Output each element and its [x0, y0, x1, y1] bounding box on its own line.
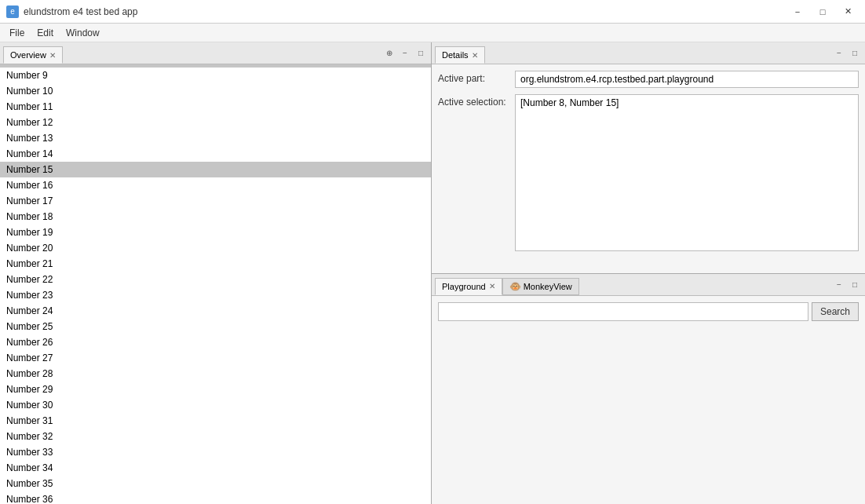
- overview-add-view-button[interactable]: ⊕: [382, 46, 396, 60]
- overview-tab[interactable]: Overview ✕: [3, 46, 63, 64]
- title-bar: e elundstrom e4 test bed app − □ ✕: [0, 0, 865, 24]
- details-tab[interactable]: Details ✕: [435, 46, 485, 64]
- details-tab-close[interactable]: ✕: [472, 51, 478, 60]
- list-container: Number 0Number 1Number 2Number 3Number 4…: [0, 64, 431, 504]
- active-selection-label: Active selection:: [438, 94, 509, 108]
- list-item[interactable]: Number 32: [0, 429, 431, 444]
- bottom-panel-actions: − □: [832, 277, 862, 291]
- playground-tab-label: Playground: [442, 282, 486, 291]
- list-item[interactable]: Number 11: [0, 99, 431, 115]
- window-controls: − □ ✕: [787, 4, 859, 20]
- search-button[interactable]: Search: [812, 302, 859, 321]
- search-input[interactable]: [438, 302, 808, 321]
- monkeyview-tab[interactable]: 🐵 MonkeyView: [502, 278, 579, 295]
- overview-panel-actions: ⊕ − □: [382, 46, 428, 60]
- list-item[interactable]: Number 23: [0, 287, 431, 303]
- list-item[interactable]: Number 15: [0, 162, 431, 177]
- bottom-minimize-button[interactable]: −: [832, 277, 846, 291]
- active-selection-value: [Number 8, Number 15]: [515, 94, 859, 251]
- list-item[interactable]: Number 20: [0, 240, 431, 256]
- overview-tab-close[interactable]: ✕: [49, 51, 56, 60]
- menu-file[interactable]: File: [3, 26, 31, 40]
- details-tab-bar: Details ✕ − □: [432, 42, 865, 64]
- list-item[interactable]: Number 16: [0, 177, 431, 193]
- monkeyview-tab-label: MonkeyView: [524, 282, 572, 291]
- list-item[interactable]: Number 21: [0, 256, 431, 272]
- list-item[interactable]: Number 13: [0, 130, 431, 146]
- details-panel-actions: − □: [832, 46, 862, 60]
- active-part-row: Active part: org.elundstrom.e4.rcp.testb…: [438, 71, 859, 88]
- main-container: Overview ✕ ⊕ − □ Number 0Number 1Number …: [0, 42, 865, 504]
- list-item[interactable]: Number 27: [0, 350, 431, 366]
- list-item[interactable]: Number 10: [0, 83, 431, 99]
- app-title: elundstrom e4 test bed app: [24, 6, 137, 17]
- list-item[interactable]: Number 30: [0, 397, 431, 413]
- overview-maximize-button[interactable]: □: [414, 46, 428, 60]
- list-item[interactable]: Number 25: [0, 319, 431, 334]
- menu-edit[interactable]: Edit: [31, 26, 60, 40]
- playground-tab-close[interactable]: ✕: [489, 282, 495, 290]
- search-row: Search: [438, 302, 859, 321]
- overview-minimize-button[interactable]: −: [398, 46, 412, 60]
- list-item[interactable]: Number 18: [0, 209, 431, 225]
- list-item[interactable]: Number 14: [0, 146, 431, 162]
- number-list[interactable]: Number 0Number 1Number 2Number 3Number 4…: [0, 64, 431, 504]
- list-item[interactable]: Number 33: [0, 444, 431, 460]
- list-item[interactable]: Number 17: [0, 193, 431, 209]
- list-item[interactable]: Number 19: [0, 225, 431, 240]
- details-minimize-button[interactable]: −: [832, 46, 846, 60]
- list-item[interactable]: Number 35: [0, 476, 431, 491]
- active-part-value: org.elundstrom.e4.rcp.testbed.part.playg…: [515, 71, 859, 88]
- overview-tabs: Overview ✕: [3, 42, 63, 64]
- bottom-pane: Playground ✕ 🐵 MonkeyView − □ Search: [432, 274, 865, 505]
- list-item[interactable]: Number 31: [0, 413, 431, 429]
- overview-tab-bar: Overview ✕ ⊕ − □: [0, 42, 431, 64]
- active-selection-row: Active selection: [Number 8, Number 15]: [438, 94, 859, 251]
- close-button[interactable]: ✕: [837, 4, 859, 20]
- monkey-icon: 🐵: [509, 281, 520, 292]
- bottom-tabs: Playground ✕ 🐵 MonkeyView: [435, 274, 579, 295]
- minimize-button[interactable]: −: [787, 4, 808, 20]
- details-tabs: Details ✕: [435, 42, 485, 64]
- app-icon: e: [6, 5, 19, 18]
- details-maximize-button[interactable]: □: [848, 46, 862, 60]
- title-bar-left: e elundstrom e4 test bed app: [6, 5, 137, 18]
- playground-content: Search: [432, 296, 865, 505]
- maximize-button[interactable]: □: [812, 4, 834, 20]
- menu-window[interactable]: Window: [60, 26, 106, 40]
- list-item[interactable]: Number 9: [0, 68, 431, 83]
- list-item[interactable]: Number 34: [0, 460, 431, 476]
- list-item[interactable]: Number 24: [0, 303, 431, 319]
- right-panel: Details ✕ − □ Active part: org.elundstro…: [432, 42, 865, 504]
- list-item[interactable]: Number 26: [0, 334, 431, 350]
- list-item[interactable]: Number 36: [0, 491, 431, 504]
- list-item[interactable]: Number 28: [0, 366, 431, 382]
- list-item[interactable]: Number 22: [0, 272, 431, 287]
- active-part-label: Active part:: [438, 71, 509, 84]
- left-panel: Overview ✕ ⊕ − □ Number 0Number 1Number …: [0, 42, 432, 504]
- playground-tab[interactable]: Playground ✕: [435, 278, 502, 295]
- menu-bar: File Edit Window: [0, 24, 865, 42]
- overview-tab-label: Overview: [10, 50, 46, 60]
- details-tab-label: Details: [442, 50, 469, 60]
- bottom-tab-bar: Playground ✕ 🐵 MonkeyView − □: [432, 274, 865, 296]
- bottom-maximize-button[interactable]: □: [848, 277, 862, 291]
- list-item[interactable]: Number 29: [0, 382, 431, 397]
- details-pane: Details ✕ − □ Active part: org.elundstro…: [432, 42, 865, 274]
- list-item[interactable]: Number 12: [0, 115, 431, 130]
- details-content: Active part: org.elundstrom.e4.rcp.testb…: [432, 64, 865, 273]
